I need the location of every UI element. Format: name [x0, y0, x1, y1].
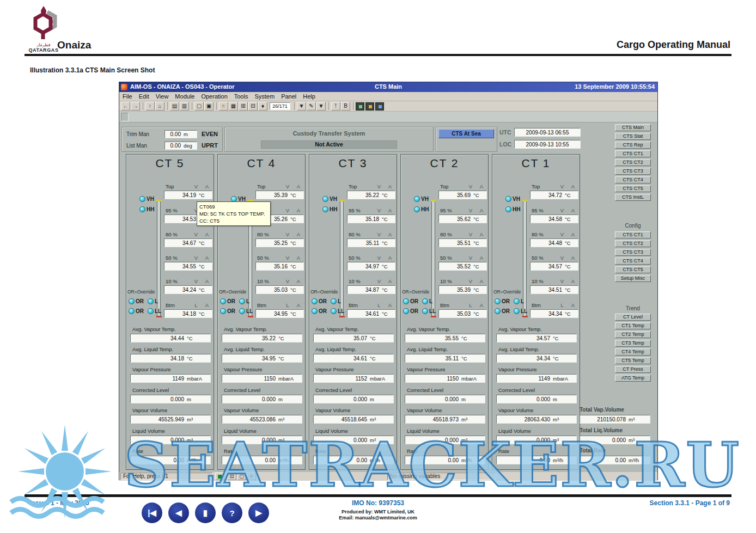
up-icon[interactable]: ↑ — [145, 102, 155, 111]
sidebar-button-ct2-temp[interactable]: CT2 Temp — [615, 331, 651, 338]
sidebar-button-ct-press[interactable]: CT Press — [615, 366, 651, 373]
sidebar-button-cts-ct5[interactable]: CTS CT5 — [615, 266, 651, 273]
list-view-icon[interactable]: ▤ — [170, 102, 179, 111]
help-button[interactable]: ? — [222, 503, 242, 523]
stat-label: Rate — [405, 448, 485, 455]
sidebar-button-cts-main[interactable]: CTS Main — [615, 124, 651, 131]
forward-icon[interactable]: → — [131, 102, 140, 111]
stat-row-liq_vol: Liquid Volume0.000m³ — [405, 428, 485, 444]
sensor-row-btm: BtmLA34.34°C — [530, 301, 578, 318]
first-page-button[interactable]: |◀ — [142, 503, 162, 523]
sidebar-button-cts-ct2[interactable]: CTS CT2 — [615, 240, 651, 247]
sensor-row-label: Top — [438, 183, 465, 189]
stat-label: Corrected Level — [405, 387, 485, 394]
stat-value: 1149mbarA — [130, 374, 211, 383]
sidebar-button-ct-level[interactable]: CT Level — [615, 314, 651, 321]
menu-item-file[interactable]: File — [123, 93, 132, 100]
tank-title: CT 5 — [126, 157, 214, 170]
menu-item-view[interactable]: View — [156, 93, 169, 100]
page-icon[interactable]: ▢ — [194, 102, 204, 111]
pen-icon[interactable]: ✎ — [307, 102, 316, 111]
sidebar-button-cts-ct2[interactable]: CTS CT2 — [615, 159, 651, 166]
sidebar-button-ct1-temp[interactable]: CT1 Temp — [615, 322, 651, 329]
mail-icon[interactable]: ▣ — [204, 102, 214, 111]
alarm-column-label: A — [568, 207, 578, 213]
valid-column-label: L — [191, 302, 202, 308]
back-icon[interactable]: ← — [121, 102, 130, 111]
sidebar-button-cts-ct4[interactable]: CTS CT4 — [615, 176, 651, 183]
sidebar-button-setup-misc[interactable]: Setup Misc — [615, 275, 651, 282]
sensor-row-label: 50 % — [164, 255, 191, 261]
override-note: OR=Override — [402, 289, 429, 295]
sidebar-button-cts-ct4[interactable]: CTS CT4 — [615, 258, 651, 265]
bold-icon[interactable]: B — [341, 102, 350, 111]
bell-icon[interactable]: ♦ — [258, 102, 267, 111]
home-icon[interactable]: ⌂ — [155, 102, 164, 111]
stat-value: 35.11°C — [405, 354, 485, 363]
cts-application-window: AIM-OS - ONAIZA - OS043 - Operator CTS M… — [119, 82, 658, 480]
grid-icon[interactable]: ⊟ — [248, 102, 258, 111]
sidebar-button-ct4-temp[interactable]: CT4 Temp — [615, 348, 651, 356]
sidebar-button-cts-instl[interactable]: CTS InstL — [615, 194, 651, 201]
menu-item-edit[interactable]: Edit — [139, 93, 149, 100]
pen-drop-icon[interactable]: ▼ — [316, 102, 326, 111]
stat-row-avg_liq: Avg. Liquid Temp.34.95°C — [222, 346, 302, 363]
sensor-row-p10: 10 %VA34.24°C — [164, 277, 212, 294]
or-label: OR — [410, 298, 418, 304]
sidebar-button-cts-ct1[interactable]: CTS CT1 — [615, 231, 651, 238]
alarm-column-label: A — [293, 302, 304, 308]
total-rate-value: 0.00m³/h — [580, 456, 650, 464]
menu-item-tools[interactable]: Tools — [234, 93, 248, 100]
valid-column-label: L — [282, 302, 293, 308]
tray-icon[interactable]: ▦ — [215, 473, 224, 480]
menu-item-help[interactable]: Help — [303, 93, 315, 100]
filter-icon[interactable]: ▼ — [297, 102, 306, 111]
trim-input[interactable]: 0.00m — [164, 130, 197, 138]
alarm-summary-icon[interactable]: ≡ — [219, 102, 228, 111]
valid-column-label: V — [282, 183, 293, 189]
list-input[interactable]: 0.00deg — [164, 142, 197, 150]
sensor-row-label: Top — [164, 183, 191, 189]
valid-column-label: V — [465, 255, 476, 261]
exclaim-icon[interactable]: ! — [331, 102, 340, 111]
cascade-icon[interactable]: ⊞ — [239, 102, 248, 111]
detail-view-icon[interactable]: ▥ — [180, 102, 189, 111]
sensor-value: 35.25°C — [255, 238, 304, 247]
sidebar-button-cts-rep[interactable]: CTS Rep — [615, 142, 651, 149]
sensor-row-btm: BtmLA35.03°C — [438, 301, 487, 318]
cts-at-sea-button[interactable]: CTS At Sea — [438, 129, 494, 138]
stat-row-vap_vol: Vapour Volume45523.086m³ — [222, 407, 302, 424]
sensor-value: 34.18°C — [164, 309, 212, 318]
window-restore-icon[interactable]: ⊡ — [227, 473, 236, 480]
ll-label: LL — [521, 308, 527, 314]
valid-column-label: V — [557, 207, 568, 213]
sidebar-button-ct3-temp[interactable]: CT3 Temp — [615, 340, 651, 347]
sidebar-button-cts-stat[interactable]: CTS Stat — [615, 133, 651, 140]
tile-icon[interactable]: ▦ — [229, 102, 238, 111]
menu-item-operation[interactable]: Operation — [201, 93, 227, 100]
status-help: For Help, press F1 — [120, 473, 213, 480]
valid-column-label: L — [465, 302, 476, 308]
sidebar-button-cts-ct3[interactable]: CTS CT3 — [615, 168, 651, 175]
sidebar-button-atg-temp[interactable]: ATG Temp — [615, 375, 651, 382]
sidebar-button-cts-ct5[interactable]: CTS CT5 — [615, 185, 651, 192]
sidebar-config-group: CTS CT1CTS CT2CTS CT3CTS CT4CTS CT5Setup… — [615, 231, 651, 284]
vh-indicator: VH — [139, 196, 154, 202]
sidebar-button-cts-ct3[interactable]: CTS CT3 — [615, 249, 651, 256]
menu-item-module[interactable]: Module — [175, 93, 194, 100]
previous-page-button[interactable]: ◀ — [168, 503, 189, 523]
bookmark-button[interactable]: ▮ — [195, 503, 216, 523]
or-ll-indicator: ORLL — [312, 308, 344, 314]
window-close-icon[interactable]: ✕ — [247, 473, 256, 480]
sidebar-button-ct5-temp[interactable]: CT5 Temp — [615, 357, 651, 364]
menu-item-system[interactable]: System — [254, 93, 275, 100]
menu-item-panel[interactable]: Panel — [281, 93, 296, 100]
next-page-button[interactable]: ▶ — [248, 503, 269, 523]
stat-label: Avg. Liquid Temp. — [405, 346, 485, 353]
sensor-row-top: TopVA35.22°C — [347, 182, 395, 199]
stat-value: 0.000m³ — [313, 436, 394, 444]
sidebar-button-cts-ct1[interactable]: CTS CT1 — [615, 150, 651, 157]
stat-label: Corrected Level — [313, 387, 394, 394]
stat-label: Rate — [222, 448, 302, 455]
window-maximize-icon[interactable]: ▢ — [237, 473, 246, 480]
